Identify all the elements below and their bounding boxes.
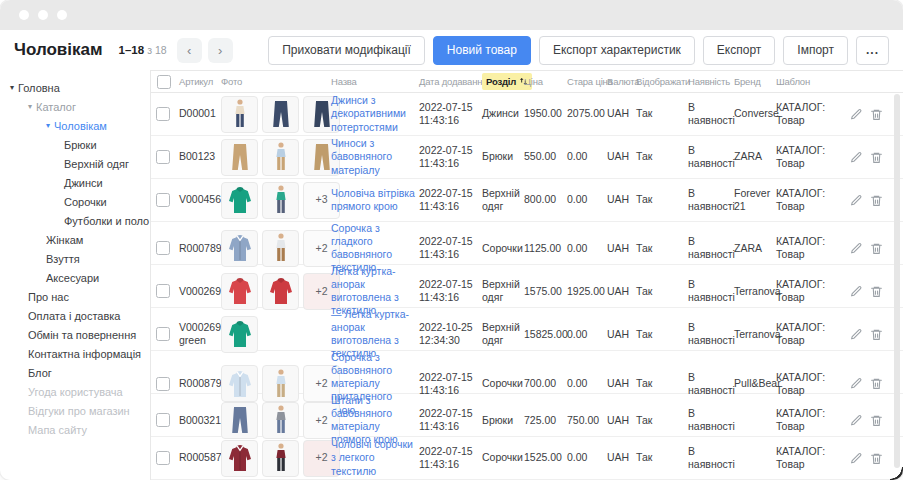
sidebar-item[interactable]: Взуття [0,249,150,268]
old-price-cell: 0.00 [567,193,607,206]
row-checkbox[interactable] [156,284,170,298]
sidebar-item[interactable]: Футболки и поло [0,211,150,230]
column-header-select[interactable] [151,75,179,89]
price-cell: 15825.00 [524,328,567,341]
column-header-brand[interactable]: Бренд [734,76,776,87]
sidebar-item[interactable]: Про нас [0,287,150,306]
sidebar-item-label: Каталог [36,101,76,113]
delete-icon[interactable] [870,328,883,341]
old-price-cell: 0.00 [567,328,607,341]
window-control-close-icon[interactable] [19,10,29,20]
edit-icon[interactable] [850,108,863,121]
sidebar-item[interactable]: ▾Головна [0,78,150,97]
sidebar-item[interactable]: Відгуки про магазин [0,401,150,420]
visible-cell: Так [636,150,688,163]
brand-cell: ZARA [734,150,776,163]
delete-icon[interactable] [870,452,883,465]
column-header-price[interactable]: Ціна [524,76,567,87]
sidebar-item[interactable]: Оплата і доставка [0,306,150,325]
product-name-link[interactable]: Чоловічі сорочки з легкого текстилю [331,438,415,477]
vertical-scrollbar[interactable] [894,94,900,468]
name-cell: Чиноси з бавовняного матеріалу [331,137,419,176]
edit-icon[interactable] [850,414,863,427]
column-header-old_price[interactable]: Стара ціна [567,76,607,87]
edit-icon[interactable] [850,328,863,341]
sidebar-item[interactable]: Джинси [0,173,150,192]
sidebar-item[interactable]: Аксесуари [0,268,150,287]
sidebar-item[interactable]: Сорочки [0,192,150,211]
sidebar-item[interactable]: Угода користувача [0,382,150,401]
window-control-minimize-icon[interactable] [38,10,48,20]
export-characteristics-button[interactable]: Експорт характеристик [539,36,695,65]
currency-cell: UAH [607,451,636,464]
column-header-photo[interactable]: Фото [221,76,331,87]
more-actions-button[interactable]: ... [856,36,889,65]
sidebar-item-label: Блог [28,367,52,379]
edit-icon[interactable] [850,242,863,255]
column-header-currency[interactable]: Валюта [607,76,636,87]
edit-icon[interactable] [850,452,863,465]
delete-icon[interactable] [870,285,883,298]
column-header-section[interactable]: Розділ [482,73,524,90]
row-checkbox[interactable] [156,327,170,341]
delete-icon[interactable] [870,414,883,427]
edit-icon[interactable] [850,377,863,390]
sidebar-item[interactable]: Контактна інформація [0,344,150,363]
select-all-checkbox[interactable] [157,75,171,89]
row-checkbox[interactable] [156,241,170,255]
table-row: B00123Чиноси з бавовняного матеріалу2022… [151,136,903,179]
column-header-visible[interactable]: Відображати [636,76,688,87]
row-checkbox[interactable] [156,150,170,164]
row-checkbox[interactable] [156,377,170,391]
row-select-cell [151,107,179,121]
edit-icon[interactable] [850,194,863,207]
product-name-link[interactable]: Чиноси з бавовняного матеріалу [331,137,415,176]
edit-icon[interactable] [850,151,863,164]
product-photo [262,182,299,219]
product-name-link[interactable]: Джинси з декоративними потертостями [331,94,415,133]
currency-cell: UAH [607,377,636,390]
delete-icon[interactable] [870,377,883,390]
row-checkbox[interactable] [156,193,170,207]
price-cell: 1525.00 [524,451,567,464]
product-photo [221,182,258,219]
column-header-article[interactable]: Артикул [179,76,221,87]
sidebar-item[interactable]: Верхній одяг [0,154,150,173]
delete-icon[interactable] [870,242,883,255]
pants-photo-icon [270,99,292,129]
sidebar-item[interactable]: ▾Чоловікам [0,116,150,135]
export-button[interactable]: Експорт [703,36,775,65]
sidebar-item[interactable]: Блог [0,363,150,382]
pagination-prev-button[interactable]: ‹ [177,38,202,63]
delete-icon[interactable] [870,151,883,164]
sidebar-item[interactable]: Обмін та повернення [0,325,150,344]
product-photo [262,365,299,402]
table-row: R000587+2Чоловічі сорочки з легкого текс… [151,437,903,480]
brand-cell: Terranova [734,285,776,298]
sidebar-item-label: Угода користувача [28,386,123,398]
product-name-link[interactable]: Чоловіча вітрівка прямого крою [331,187,415,213]
column-header-name[interactable]: Назва [331,76,419,87]
window-control-maximize-icon[interactable] [57,10,67,20]
pagination-next-button[interactable]: › [208,38,233,63]
column-header-template[interactable]: Шаблон [776,76,856,87]
column-header-stock[interactable]: Наявність [688,76,734,87]
sidebar-item[interactable]: Жінкам [0,230,150,249]
delete-icon[interactable] [870,108,883,121]
visible-cell: Так [636,451,688,464]
sidebar-item[interactable]: ▾Каталог [0,97,150,116]
sidebar-item[interactable]: Мапа сайту [0,420,150,439]
new-product-button[interactable]: Новий товар [433,36,531,65]
sidebar-item[interactable]: Брюки [0,135,150,154]
row-checkbox[interactable] [156,451,170,465]
column-header-date[interactable]: Дата додавання [419,76,482,87]
row-checkbox[interactable] [156,107,170,121]
template-cell: КАТАЛОГ: Товар [776,445,856,471]
delete-icon[interactable] [870,194,883,207]
import-button[interactable]: Імпорт [783,36,848,65]
hide-modifications-button[interactable]: Приховати модифікації [268,36,425,65]
article-cell: V000456 [179,193,221,206]
actions-cell [856,108,891,121]
row-checkbox[interactable] [156,413,170,427]
edit-icon[interactable] [850,285,863,298]
